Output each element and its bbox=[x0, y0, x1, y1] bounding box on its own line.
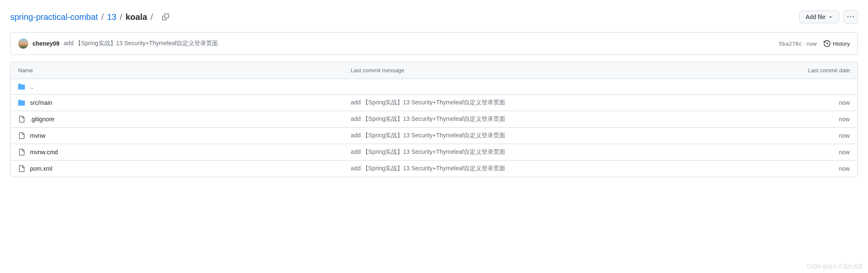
copy-path-button[interactable] bbox=[160, 11, 171, 23]
commit-link[interactable]: add 【Spring实战】13 Security+Thymeleaf自定义登录… bbox=[351, 115, 505, 122]
chevron-down-icon bbox=[828, 14, 833, 19]
commit-link[interactable]: add 【Spring实战】13 Security+Thymeleaf自定义登录… bbox=[351, 165, 505, 172]
history-link[interactable]: History bbox=[824, 40, 850, 47]
table-header: Name Last commit message Last commit dat… bbox=[11, 62, 857, 79]
column-date: Last commit date bbox=[725, 67, 850, 74]
copy-icon bbox=[162, 14, 169, 20]
file-date-cell: now bbox=[725, 116, 850, 123]
table-row: .gitignoreadd 【Spring实战】13 Security+Thym… bbox=[11, 111, 857, 128]
file-link[interactable]: .. bbox=[30, 83, 33, 90]
file-link[interactable]: mvnw.cmd bbox=[30, 149, 58, 156]
commit-time: now bbox=[807, 41, 817, 47]
breadcrumb-root[interactable]: spring-practical-combat bbox=[10, 12, 98, 22]
table-row: pom.xmladd 【Spring实战】13 Security+Thymele… bbox=[11, 161, 857, 177]
breadcrumb: spring-practical-combat / 13 / koala / bbox=[10, 11, 171, 23]
file-link[interactable]: src/main bbox=[30, 99, 52, 106]
commit-link[interactable]: add 【Spring实战】13 Security+Thymeleaf自定义登录… bbox=[351, 99, 505, 106]
commit-link[interactable]: add 【Spring实战】13 Security+Thymeleaf自定义登录… bbox=[351, 132, 505, 139]
table-row: .. bbox=[11, 79, 857, 95]
commit-hash[interactable]: 5ba278c bbox=[779, 41, 802, 47]
file-name-cell: mvnw.cmd bbox=[18, 149, 351, 156]
file-name-cell: src/main bbox=[18, 99, 351, 106]
file-date-cell: now bbox=[725, 99, 850, 106]
breadcrumb-mid[interactable]: 13 bbox=[107, 12, 116, 22]
file-date-cell: now bbox=[725, 165, 850, 172]
file-link[interactable]: .gitignore bbox=[30, 116, 54, 123]
file-link[interactable]: mvnw bbox=[30, 132, 46, 139]
file-link[interactable]: pom.xml bbox=[30, 165, 52, 172]
header-actions: Add file bbox=[799, 10, 858, 24]
file-date-cell: now bbox=[725, 149, 850, 156]
add-file-label: Add file bbox=[805, 14, 825, 20]
history-label: History bbox=[833, 41, 850, 47]
file-icon bbox=[18, 132, 25, 139]
avatar[interactable] bbox=[18, 38, 28, 49]
file-name-cell: pom.xml bbox=[18, 165, 351, 172]
file-message-cell: add 【Spring实战】13 Security+Thymeleaf自定义登录… bbox=[351, 165, 725, 172]
file-message-cell: add 【Spring实战】13 Security+Thymeleaf自定义登录… bbox=[351, 99, 725, 106]
breadcrumb-separator: / bbox=[150, 12, 154, 22]
file-name-cell: .gitignore bbox=[18, 116, 351, 123]
commit-separator: · bbox=[803, 41, 805, 47]
table-row: mvnw.cmdadd 【Spring实战】13 Security+Thymel… bbox=[11, 144, 857, 161]
latest-commit-box: cheney09 add 【Spring实战】13 Security+Thyme… bbox=[10, 32, 858, 55]
file-message-cell: add 【Spring实战】13 Security+Thymeleaf自定义登录… bbox=[351, 132, 725, 139]
folder-icon bbox=[18, 83, 25, 90]
commit-link[interactable]: add 【Spring实战】13 Security+Thymeleaf自定义登录… bbox=[351, 148, 505, 155]
column-name: Name bbox=[18, 67, 351, 74]
breadcrumb-current: koala bbox=[125, 12, 147, 22]
more-actions-button[interactable] bbox=[844, 10, 858, 24]
file-name-cell: mvnw bbox=[18, 132, 351, 139]
file-icon bbox=[18, 116, 25, 123]
file-table: Name Last commit message Last commit dat… bbox=[10, 62, 858, 177]
history-icon bbox=[824, 40, 830, 47]
commit-author[interactable]: cheney09 bbox=[33, 40, 60, 47]
file-icon bbox=[18, 165, 25, 172]
file-date-cell: now bbox=[725, 132, 850, 139]
file-message-cell: add 【Spring实战】13 Security+Thymeleaf自定义登录… bbox=[351, 115, 725, 123]
table-row: mvnwadd 【Spring实战】13 Security+Thymeleaf自… bbox=[11, 128, 857, 144]
column-message: Last commit message bbox=[351, 67, 725, 74]
folder-icon bbox=[18, 99, 25, 106]
table-row: src/mainadd 【Spring实战】13 Security+Thymel… bbox=[11, 95, 857, 111]
file-icon bbox=[18, 149, 25, 156]
kebab-icon bbox=[847, 14, 854, 20]
add-file-button[interactable]: Add file bbox=[799, 11, 839, 23]
commit-message[interactable]: add 【Spring实战】13 Security+Thymeleaf自定义登录… bbox=[64, 40, 218, 47]
file-message-cell: add 【Spring实战】13 Security+Thymeleaf自定义登录… bbox=[351, 148, 725, 156]
breadcrumb-separator: / bbox=[101, 12, 105, 22]
file-name-cell: .. bbox=[18, 83, 351, 90]
breadcrumb-separator: / bbox=[119, 12, 123, 22]
